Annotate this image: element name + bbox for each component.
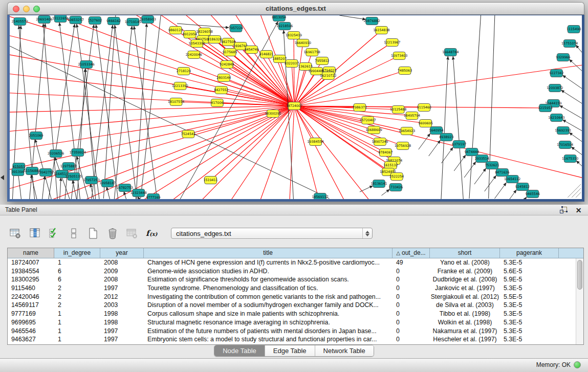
table-row[interactable]: 1938455462009Genome-wide association stu…: [8, 267, 576, 276]
network-node[interactable]: 391394: [12, 168, 24, 176]
network-node[interactable]: 19358903: [139, 16, 156, 24]
column-header-year[interactable]: year: [100, 248, 144, 258]
network-node[interactable]: 8813054: [272, 15, 286, 21]
table-settings-button[interactable]: [8, 227, 23, 240]
network-node[interactable]: 15692391: [555, 127, 571, 135]
network-node[interactable]: 15122656: [52, 15, 69, 23]
network-node[interactable]: 10543392: [189, 40, 205, 48]
collapse-panel-icon[interactable]: [1, 175, 4, 180]
network-node[interactable]: 17957253: [83, 177, 99, 184]
network-node[interactable]: 16648784: [442, 49, 459, 56]
network-node[interactable]: 9860123: [168, 27, 183, 34]
network-node[interactable]: 20691406: [36, 16, 52, 24]
table-row[interactable]: 911546021997Tourette syndrome. Phenomeno…: [8, 284, 576, 293]
network-node[interactable]: 417006: [211, 99, 223, 107]
network-node[interactable]: 1733426: [388, 184, 403, 191]
network-node[interactable]: 8912954: [183, 31, 197, 38]
network-node[interactable]: 18136141: [371, 180, 387, 188]
network-node[interactable]: 17016504: [557, 141, 573, 149]
network-node[interactable]: 16210722: [320, 72, 336, 80]
network-node[interactable]: 18107554: [168, 98, 184, 106]
unmerge-cells-button[interactable]: [67, 227, 81, 240]
close-panel-icon[interactable]: ✕: [574, 206, 583, 214]
network-node[interactable]: 8454749: [245, 46, 259, 54]
network-node[interactable]: 9227342: [549, 70, 563, 77]
select-columns-button[interactable]: [28, 227, 42, 240]
network-node[interactable]: 20876882: [364, 17, 380, 25]
network-node[interactable]: 9175685: [223, 49, 237, 56]
tab-node-table[interactable]: Node Table: [214, 345, 265, 356]
network-node[interactable]: 18495794: [404, 112, 420, 120]
network-node[interactable]: 21405572: [12, 18, 28, 26]
network-node[interactable]: 2051069: [29, 132, 43, 140]
table-row[interactable]: 946554611997Estimation of the future num…: [8, 327, 576, 336]
network-node[interactable]: 10125488: [390, 106, 406, 114]
network-node[interactable]: 12323448: [130, 189, 147, 197]
network-node[interactable]: 9245812: [515, 183, 530, 191]
table-row[interactable]: 946362711997Embryonic stem cells: a mode…: [8, 335, 576, 344]
network-node[interactable]: 10688609: [366, 126, 382, 134]
network-node[interactable]: 19654923: [399, 127, 415, 135]
network-node[interactable]: 1885207: [272, 55, 287, 63]
network-node[interactable]: 16640910: [295, 39, 311, 47]
network-node[interactable]: 9466162: [106, 17, 121, 25]
network-node[interactable]: 15751074: [561, 40, 578, 48]
table-row[interactable]: 969969511998Structural magnetic resonanc…: [8, 318, 576, 327]
network-node[interactable]: 18226058: [196, 28, 212, 36]
network-node[interactable]: 16154838: [373, 27, 389, 34]
network-node[interactable]: 7485063: [398, 67, 412, 75]
network-node[interactable]: 9784067: [378, 149, 393, 157]
network-node[interactable]: 7955812: [315, 57, 329, 65]
network-node[interactable]: 18724007: [286, 102, 302, 110]
delete-table-button[interactable]: [105, 227, 120, 240]
column-header-name[interactable]: name: [8, 248, 54, 258]
network-node[interactable]: 1527602: [88, 17, 102, 25]
table-row[interactable]: 1872400712008Changes of HCN gene express…: [8, 258, 576, 267]
network-node[interactable]: 18300295: [265, 110, 281, 118]
network-node[interactable]: 11675310: [562, 155, 578, 163]
network-node[interactable]: 2522254: [389, 173, 404, 181]
network-node[interactable]: 21053346: [78, 61, 95, 69]
network-node[interactable]: 19218596: [276, 23, 293, 30]
network-node[interactable]: 7532621: [485, 162, 499, 169]
network-node[interactable]: 18907249: [372, 138, 388, 146]
create-table-button[interactable]: [86, 227, 100, 240]
table-row[interactable]: 1830029562008Estimation of significance …: [8, 275, 576, 284]
network-node[interactable]: 14569117: [312, 193, 328, 200]
float-panel-icon[interactable]: [559, 206, 568, 214]
column-header-short[interactable]: short: [430, 248, 500, 258]
column-header-pagerank[interactable]: pagerank: [500, 248, 559, 258]
network-node[interactable]: 12505135: [66, 173, 82, 181]
column-header-in-degree[interactable]: in_degree: [54, 248, 100, 258]
network-node[interactable]: 12213392: [172, 82, 188, 90]
network-node[interactable]: 11156889: [24, 167, 40, 175]
network-node[interactable]: 9777169: [146, 194, 160, 200]
network-node[interactable]: 8186328: [207, 36, 222, 43]
network-node[interactable]: 7524542: [181, 130, 195, 138]
scrollbar-thumb[interactable]: [577, 260, 582, 290]
network-node[interactable]: 10958187: [99, 180, 116, 187]
network-node[interactable]: 19384554: [308, 138, 324, 146]
table-row[interactable]: 2242004622012Investigating the contribut…: [8, 293, 576, 301]
resize-grip-icon[interactable]: [568, 184, 581, 198]
network-node[interactable]: 17359924: [70, 149, 86, 157]
network-node[interactable]: 10654112: [504, 176, 520, 183]
network-node[interactable]: 10973403: [391, 52, 407, 60]
network-node[interactable]: 10653257: [68, 16, 84, 24]
window-titlebar[interactable]: citations_edges.txt: [7, 2, 584, 15]
network-canvas[interactable]: 1872400721405572206914061512265610653257…: [10, 15, 582, 199]
network-node[interactable]: 1115490: [567, 26, 581, 33]
network-node[interactable]: 12093872: [547, 84, 563, 92]
table-row[interactable]: 977716911998Corpus callosum shape and si…: [8, 310, 576, 318]
function-builder-button[interactable]: f (x): [144, 227, 159, 240]
network-node[interactable]: 12213967: [384, 39, 400, 47]
network-node[interactable]: 7986372: [353, 104, 367, 112]
network-node[interactable]: 16210643: [548, 114, 564, 122]
network-node[interactable]: 19756928: [395, 142, 411, 150]
network-node[interactable]: 20206526: [48, 150, 64, 158]
network-node[interactable]: 2718129: [177, 68, 191, 75]
network-node[interactable]: 22420046: [186, 51, 202, 59]
network-node[interactable]: 3215953: [538, 104, 553, 112]
network-node[interactable]: 18325419: [286, 32, 302, 39]
network-node[interactable]: 9465546: [526, 190, 540, 198]
